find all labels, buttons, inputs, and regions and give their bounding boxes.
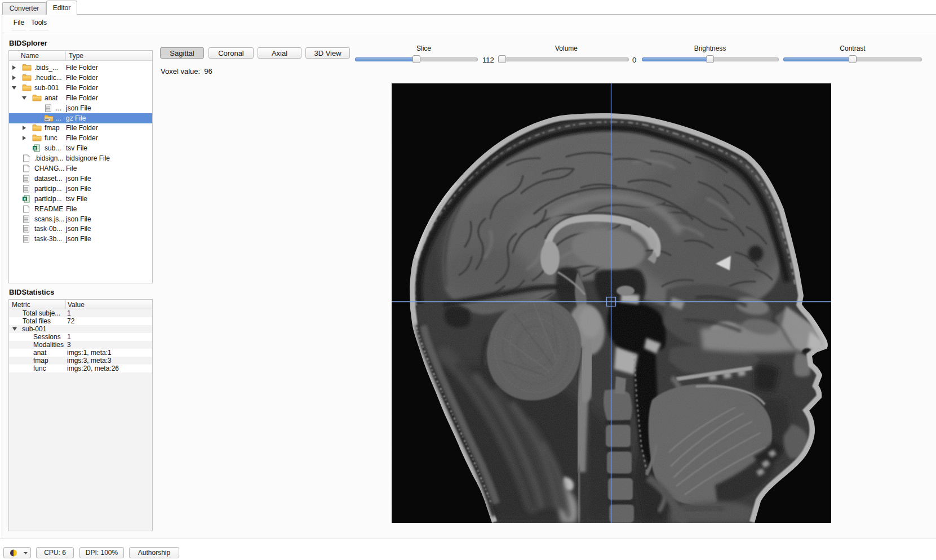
svg-text:X: X bbox=[23, 196, 26, 201]
svg-text:X: X bbox=[33, 146, 36, 151]
